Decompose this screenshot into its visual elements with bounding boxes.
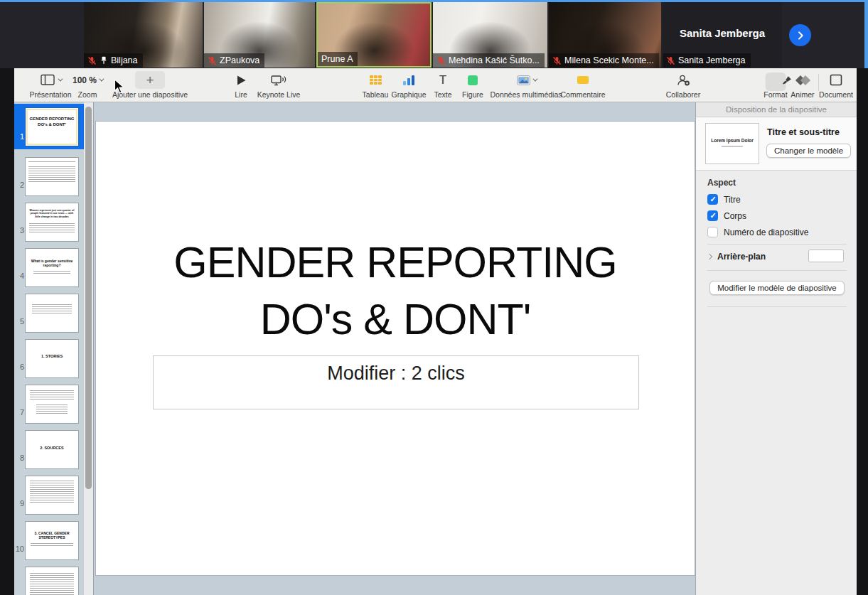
slide-thumbnail: 3. CANCEL GENDER STEREOTYPES: [26, 522, 78, 559]
text-icon: T: [439, 73, 446, 87]
slide-row-10[interactable]: 10 3. CANCEL GENDER STEREOTYPES: [14, 513, 84, 559]
slide-row-6[interactable]: 6 1. STORIES: [14, 331, 84, 377]
keynote-window: Présentation 100 % Zoom + Ajouter une di…: [14, 68, 857, 595]
no-video-display-name: Sanita Jemberga: [663, 27, 782, 39]
participant-name-label: ZPaukova: [204, 53, 264, 68]
chevron-down-icon: [99, 77, 104, 82]
toolbar-item-label: Keynote Live: [250, 90, 308, 99]
slide-row-7[interactable]: 7: [14, 377, 84, 422]
toolbar-item-label: Zoom: [69, 90, 106, 99]
background-row[interactable]: Arrière-plan: [707, 252, 847, 262]
layout-thumbnail-title: Lorem Ipsum Dolor: [706, 138, 759, 143]
slide-row-2[interactable]: 2: [14, 149, 84, 195]
toolbar-zoom-control[interactable]: 100 % Zoom: [69, 70, 106, 99]
plus-icon: +: [135, 71, 165, 89]
toolbar-chart-button[interactable]: Graphique: [385, 70, 432, 99]
slide-number: 7: [14, 408, 24, 417]
slide-number: 6: [14, 363, 24, 371]
participant-tile-sanita[interactable]: Sanita Jemberga Sanita Jemberga: [663, 2, 782, 68]
slide-number: 1: [14, 132, 24, 141]
checkbox-row-title[interactable]: Titre: [707, 193, 847, 205]
comment-icon: [577, 76, 589, 84]
participant-tile-milena[interactable]: Milena Scekic Monte...: [549, 2, 661, 68]
slide-title-line1: GENDER REPORTING: [96, 234, 695, 291]
slide-row-3[interactable]: 3 Women represent just one quarter of pe…: [14, 195, 84, 240]
disclosure-chevron-icon[interactable]: [707, 254, 712, 259]
checkbox-row-slide-number[interactable]: Numéro de diapositive: [707, 226, 847, 238]
participant-tile-mehdina[interactable]: Mehdina Kašić Šutko...: [433, 2, 547, 68]
slide-number: 10: [14, 545, 24, 553]
chevron-down-icon: [58, 77, 63, 82]
participant-name: Mehdina Kašić Šutko...: [449, 55, 540, 65]
media-icon: [517, 75, 530, 85]
slide-row-1[interactable]: 1 GENDER REPORTING DO's & DONT': [14, 104, 84, 149]
slide-thumbnail: Women represent just one quarter of peop…: [26, 203, 78, 241]
document-icon: [830, 74, 842, 86]
edit-master-slide-button[interactable]: Modifier le modèle de diapositive: [709, 281, 844, 295]
participant-tile-zpaukova[interactable]: ZPaukova: [204, 2, 315, 68]
gallery-next-button[interactable]: [789, 24, 811, 46]
slide-row-11[interactable]: [14, 559, 84, 595]
slide-row-8[interactable]: 8 2. SOURCES: [14, 422, 84, 468]
participant-tile-prune-a[interactable]: Prune A: [316, 2, 432, 68]
toolbar-comment-button[interactable]: Commentaire: [554, 70, 611, 99]
layout-name: Titre et sous-titre: [767, 127, 840, 137]
navigator-scroll-gutter: [84, 102, 93, 595]
participant-name-label: Milena Scekic Monte...: [549, 53, 659, 68]
pin-icon: [100, 56, 108, 65]
thumbnail-title: 2. SOURCES: [28, 446, 76, 451]
screen-share-border-top: [0, 0, 868, 2]
format-inspector: Disposition de la diapositive Lorem Ipsu…: [695, 102, 857, 595]
slide-title-line2: DO's & DONT': [96, 291, 695, 348]
slide-layout-card: Lorem Ipsum Dolor Titre et sous-titre Ch…: [696, 117, 857, 171]
toolbar-collaborate-button[interactable]: Collaborer: [658, 70, 709, 99]
checkbox-unchecked-icon[interactable]: [707, 227, 718, 237]
screenshot-root: Biljana ZPaukova Prune A Mehdina Kašić Š…: [0, 0, 868, 595]
participant-name: Biljana: [111, 55, 138, 65]
slide-thumbnail: What is gender sensitive reporting?: [26, 249, 78, 286]
participant-name: Milena Scekic Monte...: [564, 55, 654, 65]
participant-name-label: Mehdina Kašić Šutko...: [433, 53, 545, 68]
divider: [707, 270, 847, 271]
navigator-scrollbar[interactable]: [85, 107, 92, 489]
animate-icon: [794, 75, 811, 86]
background-label: Arrière-plan: [717, 252, 766, 262]
toolbar-item-label: Commentaire: [554, 90, 611, 99]
toolbar-keynote-live-button[interactable]: Keynote Live: [250, 70, 308, 99]
mic-muted-icon: [87, 56, 97, 65]
keynote-toolbar: Présentation 100 % Zoom + Ajouter une di…: [14, 68, 857, 102]
participant-name: Prune A: [321, 54, 353, 64]
participant-tile-biljana[interactable]: Biljana: [84, 2, 203, 68]
checkbox-checked-icon[interactable]: [707, 210, 718, 221]
thumbnail-title: Women represent just one quarter of peop…: [28, 209, 76, 218]
slide-subtitle-textbox[interactable]: Modifier : 2 clics: [153, 355, 639, 409]
slide-number: 9: [14, 499, 24, 508]
chevron-down-icon: [532, 77, 537, 82]
participant-name: ZPaukova: [220, 55, 259, 65]
mouse-cursor: [114, 79, 125, 95]
toolbar-text-button[interactable]: T Texte: [427, 70, 459, 99]
checkbox-checked-icon[interactable]: [707, 194, 718, 205]
background-color-well[interactable]: [808, 250, 844, 262]
participant-name-label: Biljana: [84, 53, 143, 68]
slide-number: 3: [14, 226, 24, 235]
slide-row-9[interactable]: 9: [14, 468, 84, 513]
collaborate-icon: [675, 74, 691, 87]
mic-muted-icon: [666, 56, 675, 65]
layout-thumbnail: Lorem Ipsum Dolor: [705, 123, 759, 164]
slide-editor[interactable]: GENDER REPORTING DO's & DONT' Modifier :…: [95, 121, 695, 576]
slide-row-4[interactable]: 4 What is gender sensitive reporting?: [14, 240, 84, 286]
change-template-button[interactable]: Changer le modèle: [766, 144, 851, 158]
zoom-value: 100 %: [73, 75, 102, 85]
checkbox-row-body[interactable]: Corps: [707, 210, 847, 222]
slide-number: 5: [14, 317, 24, 326]
chart-icon: [403, 75, 414, 85]
slide-canvas[interactable]: GENDER REPORTING DO's & DONT' Modifier :…: [94, 102, 709, 595]
checkbox-label: Corps: [724, 211, 746, 221]
participant-name: Sanita Jemberga: [678, 55, 746, 65]
slide-title-textbox[interactable]: GENDER REPORTING DO's & DONT': [96, 234, 695, 348]
toolbar-document-button[interactable]: Document: [815, 70, 857, 99]
thumbnail-title: 3. CANCEL GENDER STEREOTYPES: [28, 531, 76, 540]
slide-row-5[interactable]: 5: [14, 286, 84, 331]
slide-navigator: 1 GENDER REPORTING DO's & DONT' 2 3 Wome…: [14, 102, 84, 595]
